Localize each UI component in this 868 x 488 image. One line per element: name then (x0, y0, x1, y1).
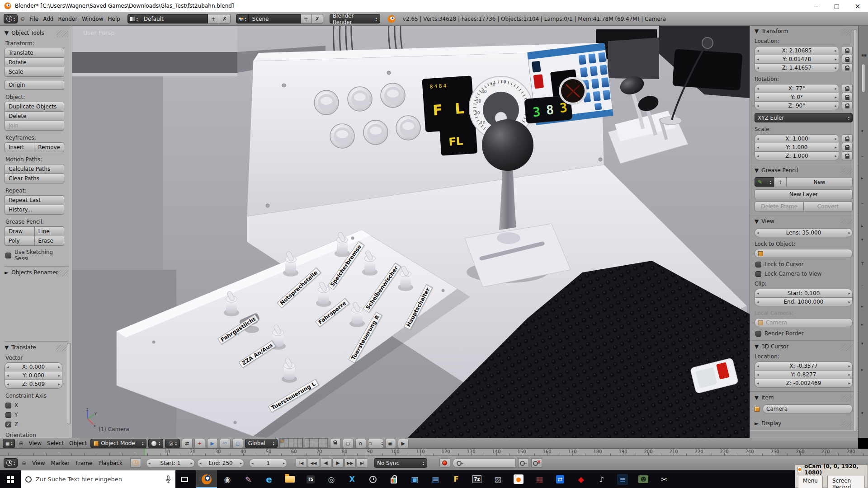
rot-y-field[interactable]: ◂Y: 0°▸ (755, 93, 839, 102)
opengl-render-anim-icon[interactable]: ▶ (398, 439, 409, 448)
close-button[interactable]: × (847, 0, 868, 12)
menu-view[interactable]: View (30, 460, 47, 466)
constraint-y-checkbox[interactable] (5, 412, 11, 418)
repeat-last-button[interactable]: Repeat Last (5, 195, 64, 205)
translate-button[interactable]: Translate (5, 48, 64, 58)
minimize-button[interactable]: ─ (806, 0, 826, 12)
gp-poly-button[interactable]: Poly (5, 236, 35, 246)
triangle-right-icon[interactable]: ▸ (861, 367, 863, 372)
timeline-ruler[interactable]: 1020304050607080901001101201301401501601… (0, 449, 868, 456)
taskbar-icon-grayapp[interactable]: ▨ (487, 470, 508, 488)
window-titlebar[interactable]: Blender* [C:\Users\Wagner\Saved Games\Do… (0, 0, 868, 12)
duplicate-objects-button[interactable]: Duplicate Objects (5, 102, 64, 112)
loc-x-field[interactable]: ◂X: 2.10685▸ (755, 46, 839, 55)
pivot-align-toggle[interactable]: ⇄ (182, 439, 193, 448)
taskbar-icon-teamviewer[interactable]: ⇄ (550, 470, 571, 488)
scale-z-field[interactable]: ◂Z: 1.000▸ (755, 151, 839, 160)
lock-to-cursor-checkbox[interactable] (755, 262, 761, 267)
rot-x-field[interactable]: ◂X: 77°▸ (755, 84, 839, 93)
triangle-right-icon[interactable]: ▸ (861, 322, 863, 327)
taskbar-icon-ocam[interactable]: ● (508, 470, 529, 488)
remove-keyframe-button[interactable]: Remove (34, 142, 64, 152)
taskbar-icon-eq[interactable]: ≡ (612, 470, 633, 488)
constraint-x-checkbox[interactable] (5, 403, 11, 408)
lock-icon[interactable] (842, 63, 853, 72)
start-frame-field[interactable]: ◂Start: 1▸ (146, 459, 195, 468)
pivot-dropdown[interactable]: ◎▴▾ (165, 439, 180, 448)
manipulator-rotate-icon[interactable]: ◠ (220, 439, 231, 448)
opengl-render-icon[interactable]: ◉ (385, 439, 396, 448)
taskbar-icon-alarm[interactable] (363, 470, 383, 488)
taskbar-icon-greenface[interactable]: ☻ (633, 470, 654, 488)
translate-panel-header[interactable]: ▼Translate (5, 344, 68, 351)
triangle-down-icon[interactable]: ▾ (861, 411, 863, 415)
manipulator-axis-icon[interactable]: + (194, 439, 205, 448)
clear-paths-button[interactable]: Clear Paths (5, 174, 64, 183)
item-name-field[interactable]: Camera (763, 404, 853, 413)
current-frame-field[interactable]: ◂1▸ (249, 459, 287, 468)
gp-new-button[interactable]: New (786, 177, 853, 187)
manipulator-translate-icon[interactable]: ▶ (207, 439, 218, 448)
grease-pencil-panel-header[interactable]: ▼Grease Pencil (755, 167, 853, 174)
taskbar-icon-obs[interactable]: ◉ (217, 470, 238, 488)
cursor-x-field[interactable]: ◂X: -0.3577▸ (755, 361, 853, 371)
scale-y-field[interactable]: ◂Y: 1.000▸ (755, 143, 839, 152)
manipulator-scale-icon[interactable]: ◻ (232, 439, 243, 448)
viewport-3d[interactable]: 8484 F L FL 10 20 30 40 50 60 (72, 26, 750, 438)
proportional-edit-dropdown[interactable]: ○ (343, 439, 354, 448)
gp-draw-button[interactable]: Draw (5, 226, 35, 236)
timeline-editor-selector[interactable]: ▴▾ (4, 458, 18, 468)
taskbar-icon-explorer[interactable] (279, 470, 300, 488)
collapse-menus-icon[interactable]: ⊖ (22, 460, 26, 466)
delete-keyframe-button[interactable]: × (531, 458, 542, 468)
play-button[interactable]: ▶ (332, 458, 344, 468)
menu-window[interactable]: Window (80, 16, 105, 22)
lock-icon[interactable] (842, 151, 853, 160)
add-layout-button[interactable]: + (208, 14, 219, 23)
delete-scene-button[interactable]: ✗ (312, 14, 323, 23)
menu-render[interactable]: Render (56, 16, 79, 22)
layout-name-field[interactable]: Default (140, 14, 208, 23)
clip-end-field[interactable]: ◂End: 1000.000▸ (755, 297, 853, 306)
delete-layout-button[interactable]: ✗ (219, 14, 231, 23)
taskbar-icon-snip[interactable]: ✂ (654, 470, 675, 488)
calculate-paths-button[interactable]: Calculate Paths (5, 164, 64, 174)
taskbar-icon-xsplit[interactable]: X (342, 470, 363, 488)
clip-start-field[interactable]: ◂Start: 0.100▸ (755, 289, 853, 298)
record-button[interactable] (439, 458, 450, 468)
menu-help[interactable]: Help (106, 16, 122, 22)
taskbar-icon-winblue[interactable]: ▤ (425, 470, 446, 488)
triangle-right-icon[interactable]: ▸ (861, 176, 863, 180)
play-reverse-button[interactable]: ◀ (320, 458, 331, 468)
viewport-editor-selector[interactable]: ▦▴▾ (3, 439, 15, 448)
layer-cell[interactable] (297, 443, 302, 448)
render-border-checkbox[interactable] (755, 331, 761, 337)
taskbar-icon-audio[interactable]: ♪ (591, 470, 612, 488)
taskbar-icon-filezilla[interactable]: F (446, 470, 467, 488)
menu-select[interactable]: Select (45, 440, 66, 446)
render-engine-dropdown[interactable]: Blender Render▴▾ (330, 14, 380, 23)
jump-to-end-button[interactable]: ▶I (357, 458, 368, 468)
triangle-down-icon[interactable]: ▾ (861, 341, 863, 346)
gp-convert-button[interactable]: Convert (803, 202, 853, 211)
cursor-z-field[interactable]: ◂Z: -0.002469▸ (755, 379, 853, 388)
current-frame-marker[interactable] (144, 449, 145, 455)
sync-dropdown[interactable]: No Sync▴▾ (374, 458, 427, 468)
next-keyframe-button[interactable]: ▶▶ (344, 458, 356, 468)
rotation-mode-dropdown[interactable]: XYZ Euler▴▾ (755, 113, 853, 122)
cursor-y-field[interactable]: ◂Y: 0.8277▸ (755, 370, 853, 379)
taskbar-icon-amd[interactable]: ◆ (571, 470, 591, 488)
item-panel-header[interactable]: ▼Item (755, 394, 853, 401)
collapse-menus-icon[interactable]: ⊖ (20, 16, 25, 22)
strip-icon[interactable]: ▪▪ (861, 53, 867, 57)
gp-erase-button[interactable]: Erase (34, 236, 65, 246)
view-panel-header[interactable]: ▼View (755, 218, 853, 225)
lens-field[interactable]: ◂Lens: 35.000▸ (755, 228, 853, 237)
end-frame-field[interactable]: ◂End: 250▸ (197, 459, 244, 468)
history-button[interactable]: History... (5, 205, 64, 215)
constraint-z-checkbox[interactable]: ✓ (5, 422, 11, 427)
scale-x-field[interactable]: ◂X: 1.000▸ (755, 134, 839, 143)
lock-icon[interactable] (842, 143, 853, 152)
transform-panel-header[interactable]: ▼Transform (755, 28, 853, 34)
prev-keyframe-button[interactable]: ◀◀ (308, 458, 319, 468)
